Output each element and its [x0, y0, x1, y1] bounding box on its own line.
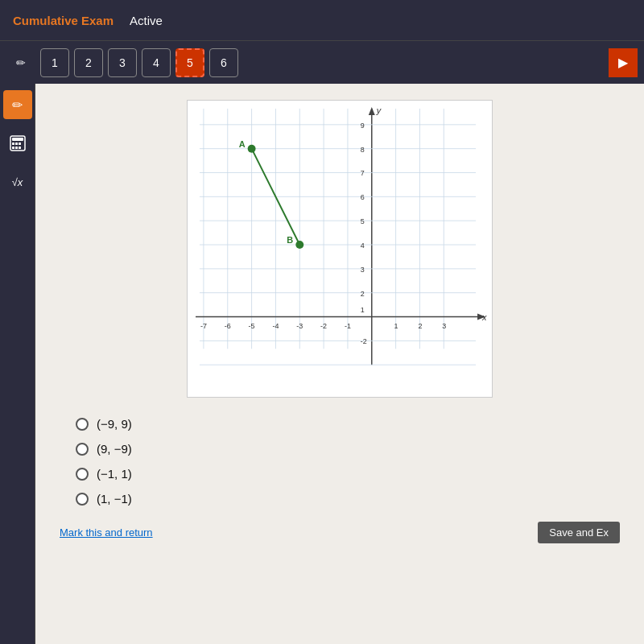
svg-text:3: 3 — [361, 266, 365, 274]
question-btn-2[interactable]: 2 — [74, 48, 103, 77]
answer-text-c: (−1, 1) — [97, 467, 132, 481]
svg-text:A: A — [239, 139, 246, 149]
svg-text:7: 7 — [361, 169, 365, 177]
svg-rect-4 — [19, 142, 21, 145]
coordinate-graph: y x -7 -6 -5 -4 -3 -2 -1 1 2 3 9 8 7 6 — [187, 100, 493, 398]
save-exit-button[interactable]: Save and Ex — [538, 522, 620, 543]
svg-rect-8 — [188, 101, 492, 397]
svg-text:B: B — [287, 235, 293, 245]
svg-text:3: 3 — [442, 322, 446, 330]
toolbar: ✏ 1 2 3 4 5 6 ▶ — [0, 40, 644, 84]
svg-rect-2 — [12, 142, 14, 145]
svg-point-58 — [295, 241, 303, 249]
answer-choice-d[interactable]: (1, −1) — [76, 492, 620, 506]
question-btn-4[interactable]: 4 — [142, 48, 171, 77]
pencil-tool-icon[interactable]: ✏ — [6, 48, 35, 77]
radio-c[interactable] — [76, 468, 89, 481]
main-content: ✏ √x — [0, 84, 644, 644]
svg-text:6: 6 — [361, 193, 365, 201]
svg-text:-5: -5 — [249, 322, 255, 330]
answer-text-a: (−9, 9) — [97, 417, 132, 431]
answer-choice-a[interactable]: (−9, 9) — [76, 417, 620, 431]
left-sidebar: ✏ √x — [0, 84, 35, 644]
svg-rect-1 — [12, 138, 23, 141]
svg-text:-7: -7 — [200, 322, 207, 330]
exam-title: Cumulative Exam — [13, 14, 114, 27]
question-btn-6[interactable]: 6 — [209, 48, 238, 77]
svg-text:1: 1 — [361, 306, 365, 314]
svg-text:2: 2 — [361, 290, 365, 298]
answer-text-d: (1, −1) — [97, 492, 132, 506]
answer-choices: (−9, 9) (9, −9) (−1, 1) (1, −1) — [60, 417, 620, 506]
svg-rect-3 — [15, 142, 18, 145]
answer-text-b: (9, −9) — [97, 442, 132, 456]
content-panel: y x -7 -6 -5 -4 -3 -2 -1 1 2 3 9 8 7 6 — [35, 84, 644, 644]
next-arrow-button[interactable]: ▶ — [609, 48, 638, 77]
calculator-sidebar-icon[interactable] — [3, 129, 32, 158]
svg-text:-2: -2 — [361, 337, 367, 345]
svg-point-56 — [248, 145, 256, 153]
svg-text:8: 8 — [361, 146, 365, 154]
svg-rect-5 — [12, 147, 14, 149]
svg-text:2: 2 — [418, 322, 422, 330]
svg-text:-1: -1 — [345, 322, 351, 330]
svg-text:4: 4 — [361, 242, 365, 250]
radio-b[interactable] — [76, 443, 89, 456]
svg-text:-4: -4 — [272, 322, 279, 330]
pencil-sidebar-icon[interactable]: ✏ — [3, 90, 32, 119]
answer-choice-b[interactable]: (9, −9) — [76, 442, 620, 456]
svg-text:1: 1 — [394, 322, 398, 330]
question-btn-5[interactable]: 5 — [175, 48, 204, 77]
svg-rect-6 — [15, 147, 18, 149]
question-btn-3[interactable]: 3 — [108, 48, 137, 77]
mark-return-link[interactable]: Mark this and return — [60, 526, 153, 539]
question-btn-1[interactable]: 1 — [40, 48, 69, 77]
svg-text:5: 5 — [361, 217, 365, 225]
radio-d[interactable] — [76, 493, 89, 506]
svg-rect-7 — [19, 147, 21, 149]
exam-status: Active — [130, 14, 163, 27]
radio-a[interactable] — [76, 418, 89, 431]
formula-sidebar-icon[interactable]: √x — [3, 167, 32, 196]
svg-text:-3: -3 — [296, 322, 303, 330]
svg-text:-2: -2 — [320, 322, 327, 330]
svg-text:-6: -6 — [225, 322, 231, 330]
svg-text:x: x — [481, 312, 487, 322]
answer-choice-c[interactable]: (−1, 1) — [76, 467, 620, 481]
header-bar: Cumulative Exam Active — [0, 0, 644, 40]
svg-text:9: 9 — [361, 122, 365, 130]
